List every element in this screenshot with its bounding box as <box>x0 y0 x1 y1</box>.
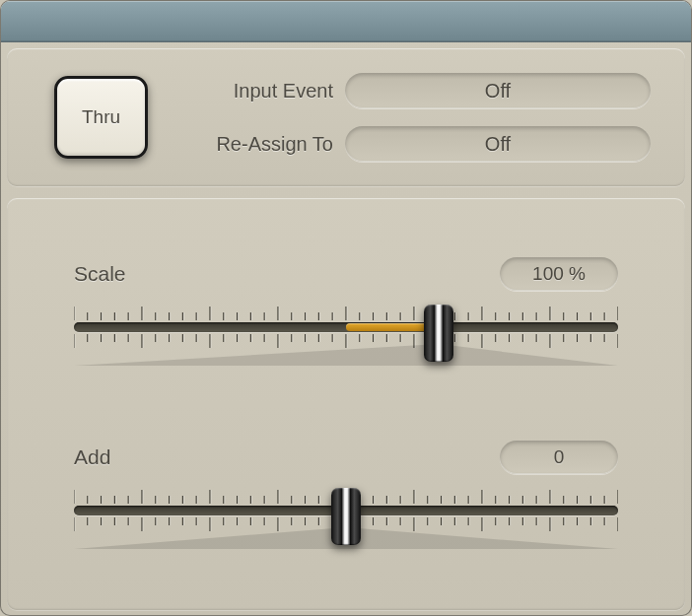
select-reassign[interactable]: Off <box>345 126 651 162</box>
ticks-bottom-scale <box>74 334 618 352</box>
select-input-event[interactable]: Off <box>345 73 651 108</box>
value-add: 0 <box>554 446 565 468</box>
plugin-window: Thru Input Event Off Re-Assign To Off Sc… <box>0 0 692 616</box>
slider-track-scale[interactable] <box>74 303 618 372</box>
thru-button[interactable]: Thru <box>54 76 148 159</box>
slider-thumb-scale[interactable] <box>424 305 453 362</box>
routing-rows: Input Event Off Re-Assign To Off <box>177 73 657 162</box>
ticks-top-scale <box>74 303 618 320</box>
rail-scale <box>74 322 618 332</box>
value-scale: 100 % <box>532 263 586 285</box>
value-reassign: Off <box>485 133 511 156</box>
value-field-scale[interactable]: 100 % <box>500 257 618 291</box>
panel-sliders: Scale 100 % Add 0 <box>7 198 685 610</box>
slider-thumb-add[interactable] <box>331 488 361 545</box>
row-reassign: Re-Assign To Off <box>177 126 657 162</box>
label-scale: Scale <box>74 262 126 286</box>
slider-group-add: Add 0 <box>74 441 618 555</box>
label-add: Add <box>74 445 110 469</box>
panel-routing: Thru Input Event Off Re-Assign To Off <box>7 48 685 186</box>
label-input-event: Input Event <box>177 80 345 103</box>
slider-track-add[interactable] <box>74 486 618 555</box>
row-input-event: Input Event Off <box>177 73 657 108</box>
thru-button-label: Thru <box>82 106 120 128</box>
value-input-event: Off <box>485 80 511 103</box>
label-reassign: Re-Assign To <box>177 133 345 156</box>
slider-group-scale: Scale 100 % <box>74 257 618 372</box>
titlebar[interactable] <box>1 1 691 42</box>
value-field-add[interactable]: 0 <box>500 441 618 474</box>
